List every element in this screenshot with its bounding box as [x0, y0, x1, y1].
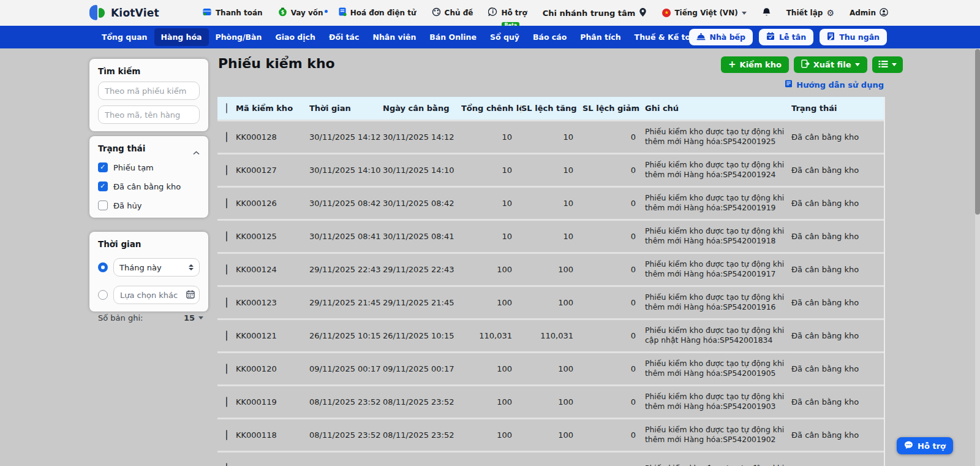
cell-balance-date	[383, 451, 461, 466]
cell-qty-increase: 10	[521, 220, 582, 253]
cell-status: Đã cân bằng kho	[791, 319, 884, 352]
settings-button[interactable]: Thiết lập ⚙	[786, 8, 834, 18]
topbar-link-theme[interactable]: Chủ đề	[432, 7, 473, 18]
row-checkbox[interactable]	[226, 430, 227, 440]
table-row[interactable]: KK000128 30/11/2025 14:12 30/11/2025 14:…	[217, 120, 884, 153]
cell-qty-decrease: 0	[582, 153, 645, 186]
export-file-button[interactable]: Xuất file	[794, 56, 867, 73]
checkbox-checked[interactable]	[98, 181, 108, 191]
radio-selected[interactable]	[98, 262, 108, 272]
kitchen-button[interactable]: Nhà bếp	[689, 29, 753, 45]
topbar-link-support[interactable]: i Hỗ trợ Beta	[488, 7, 527, 18]
checkbox-checked[interactable]	[98, 162, 108, 172]
row-checkbox[interactable]	[226, 264, 227, 275]
column-header[interactable]: Ghi chú	[645, 97, 791, 120]
row-checkbox[interactable]	[226, 364, 227, 374]
nav-tab-tong-quan[interactable]: Tổng quan	[95, 28, 154, 46]
status-option-da-can-bang[interactable]: Đã cân bằng kho	[98, 181, 200, 191]
nav-tab-bao-cao[interactable]: Báo cáo	[526, 28, 573, 46]
row-checkbox[interactable]	[226, 132, 227, 142]
table-row[interactable]: KK000123 29/11/2025 21:45 29/11/2025 21:…	[217, 286, 884, 319]
nav-tab-so-quy[interactable]: Sổ quỹ	[483, 28, 526, 46]
records-count-dropdown[interactable]: 15	[184, 313, 203, 323]
table-row[interactable]: Phiếu kiểm kho được tạo tự động khi	[217, 451, 884, 466]
table-row[interactable]: KK000119 08/11/2025 23:52 08/11/2025 23:…	[217, 385, 884, 418]
stock-check-button[interactable]: + Kiểm kho	[721, 56, 789, 73]
table-row[interactable]: KK000120 09/11/2025 00:17 09/11/2025 00:…	[217, 352, 884, 385]
row-checkbox[interactable]	[226, 231, 227, 242]
table-row[interactable]: KK000125 30/11/2025 08:41 30/11/2025 08:…	[217, 220, 884, 253]
cell-note: Phiếu kiểm kho được tạo tự động khi	[645, 451, 791, 466]
user-guide-link[interactable]: Hướng dẫn sử dụng	[785, 80, 884, 90]
nav-tab-phan-tich[interactable]: Phân tích	[573, 28, 627, 46]
column-header[interactable]: Trạng thái	[791, 97, 884, 120]
cell-qty-increase	[521, 451, 582, 466]
column-header[interactable]: Ngày cân bằng	[383, 97, 461, 120]
cell-status: Đã cân bằng kho	[791, 153, 884, 186]
cell-balance-date: 30/11/2025 08:42	[383, 186, 461, 220]
table-row[interactable]: KK000124 29/11/2025 22:43 29/11/2025 22:…	[217, 253, 884, 286]
row-checkbox[interactable]	[226, 463, 227, 466]
radio-unselected[interactable]	[98, 290, 108, 300]
time-card-title: Thời gian	[98, 239, 200, 249]
cashier-button[interactable]: Thu ngân	[820, 29, 887, 45]
topbar-link-payment[interactable]: Thanh toán	[203, 8, 263, 18]
chevron-down-icon	[742, 12, 747, 15]
status-option-phieu-tam[interactable]: Phiếu tạm	[98, 162, 200, 172]
table-row[interactable]: KK000118 08/11/2025 23:52 08/11/2025 23:…	[217, 418, 884, 451]
kiotviet-logo-icon	[89, 4, 106, 21]
table-row[interactable]: KK000126 30/11/2025 08:42 30/11/2025 08:…	[217, 186, 884, 220]
row-checkbox[interactable]	[226, 297, 227, 308]
column-header[interactable]: Tổng chênh lệ...	[461, 97, 521, 120]
cell-qty-decrease: 0	[582, 186, 645, 220]
search-code-input[interactable]	[98, 82, 200, 100]
checkbox-unchecked[interactable]	[98, 201, 108, 210]
cell-status: Đã cân bằng kho	[791, 418, 884, 451]
column-header[interactable]: Mã kiểm kho	[236, 97, 309, 120]
loan-icon: $	[278, 7, 287, 18]
column-settings-button[interactable]	[872, 56, 903, 73]
column-header[interactable]: SL lệch giảm	[582, 97, 645, 120]
topbar-link-loan[interactable]: $ Vay vốn	[278, 7, 323, 18]
nav-tab-hang-hoa[interactable]: Hàng hóa	[154, 28, 209, 46]
support-floating-button[interactable]: Hỗ trợ	[897, 437, 953, 454]
row-checkbox[interactable]	[226, 165, 227, 175]
page-scrollbar-thumb[interactable]	[975, 49, 980, 215]
user-menu[interactable]: Admin	[850, 8, 888, 18]
column-header[interactable]: SL lệch tăng	[521, 97, 582, 120]
nav-tab-ban-online[interactable]: Bán Online	[423, 28, 483, 46]
language-selector[interactable]: ★ Tiếng Việt (VN)	[662, 9, 746, 17]
calendar-icon[interactable]	[186, 290, 195, 300]
table-row[interactable]: KK000127 30/11/2025 14:10 30/11/2025 14:…	[217, 153, 884, 186]
reception-button[interactable]: Lễ tân	[759, 29, 813, 45]
cell-time: 30/11/2025 08:42	[309, 186, 383, 220]
nav-tab-giao-dich[interactable]: Giao dịch	[268, 28, 322, 46]
search-filter-card: Tìm kiếm	[89, 59, 208, 131]
nav-tab-nhan-vien[interactable]: Nhân viên	[366, 28, 423, 46]
cell-code: KK000125	[236, 220, 309, 253]
kiotviet-logo[interactable]: KiotViet	[89, 4, 159, 21]
nav-tab-doi-tac[interactable]: Đối tác	[322, 28, 366, 46]
time-range-select[interactable]: Tháng này	[113, 258, 200, 277]
row-checkbox[interactable]	[226, 198, 227, 208]
row-checkbox[interactable]	[226, 330, 227, 341]
table-row[interactable]: KK000121 26/11/2025 10:15 26/11/2025 10:…	[217, 319, 884, 352]
row-checkbox[interactable]	[226, 397, 227, 407]
page-title: Phiếu kiểm kho	[218, 56, 335, 71]
topbar-link-einvoice[interactable]: Hoá đơn điện tử	[339, 7, 417, 18]
cell-note: Phiếu kiểm kho được tạo tự động khi thêm…	[645, 253, 791, 286]
cell-qty-decrease: 0	[582, 319, 645, 352]
cell-code: KK000119	[236, 385, 309, 418]
search-product-input[interactable]	[98, 105, 200, 124]
nav-tab-phong-ban[interactable]: Phòng/Bàn	[209, 28, 269, 46]
cell-qty-increase: 10	[521, 120, 582, 153]
select-all-checkbox[interactable]	[226, 103, 227, 113]
support-icon: i	[488, 7, 497, 18]
notifications-bell[interactable]	[762, 7, 771, 19]
branch-selector[interactable]: Chi nhánh trung tâm	[543, 7, 647, 19]
status-option-da-huy[interactable]: Đã hủy	[98, 201, 200, 210]
column-header[interactable]: Thời gian	[309, 97, 383, 120]
cell-time: 09/11/2025 00:17	[309, 352, 383, 385]
topbar: KiotViet Thanh toán $ Vay vốn Hoá đơn đi…	[0, 0, 980, 26]
collapse-chevron-icon[interactable]	[193, 146, 200, 158]
